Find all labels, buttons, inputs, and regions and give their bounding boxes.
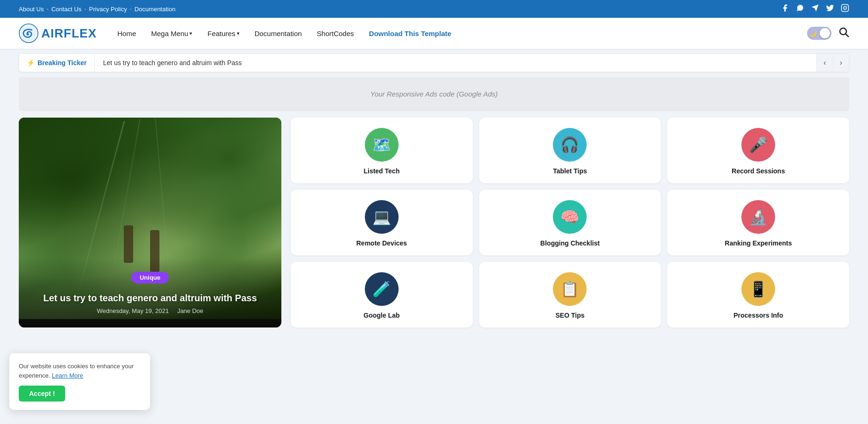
mega-menu-chevron: ▾ <box>189 30 192 37</box>
category-card-record-sessions[interactable]: 🎤Record Sessions <box>667 118 849 183</box>
facebook-icon[interactable] <box>781 4 789 14</box>
separator-3: - <box>130 6 132 12</box>
featured-title: Let us try to teach genero and altruim w… <box>32 293 268 304</box>
category-label-remote-devices: Remote Devices <box>356 239 407 247</box>
documentation-link[interactable]: Documentation <box>135 6 175 13</box>
twitter-icon[interactable] <box>826 4 834 14</box>
category-label-seo-tips: SEO Tips <box>556 312 585 319</box>
ticker-prev-button[interactable]: ‹ <box>816 54 832 72</box>
category-grid: 🗺️Listed Tech🎧Tablet Tips🎤Record Session… <box>291 118 849 327</box>
svg-line-6 <box>846 34 849 37</box>
whatsapp-icon[interactable] <box>796 4 804 14</box>
category-icon-record-sessions: 🎤 <box>741 128 775 162</box>
bolt-icon: ⚡ <box>27 59 35 67</box>
logo[interactable]: AIRFLEX <box>19 23 97 43</box>
category-icon-tablet-tips: 🎧 <box>553 128 587 162</box>
top-bar-links: About Us - Contact Us - Privacy Policy -… <box>19 6 175 13</box>
separator-2: - <box>84 6 86 12</box>
logo-icon <box>19 23 38 43</box>
category-label-ranking-experiments: Ranking Experiments <box>725 239 792 247</box>
ads-banner: Your Responsive Ads code (Google Ads) <box>19 77 849 111</box>
category-icon-blogging-checklist: 🧠 <box>553 200 587 234</box>
dark-mode-toggle[interactable]: 🌙 <box>807 27 831 40</box>
category-icon-seo-tips: 📋 <box>553 272 587 306</box>
category-card-remote-devices[interactable]: 💻Remote Devices <box>291 190 473 255</box>
social-links <box>781 4 849 14</box>
category-card-seo-tips[interactable]: 📋SEO Tips <box>479 262 661 327</box>
header: AIRFLEX Home Mega Menu ▾ Features ▾ Docu… <box>0 18 868 49</box>
moon-icon: 🌙 <box>809 30 817 37</box>
ticker-text: Let us try to teach genero and altruim w… <box>95 54 817 71</box>
featured-date: Wednesday, May 19, 2021 <box>97 307 168 314</box>
category-label-record-sessions: Record Sessions <box>732 167 785 175</box>
category-label-blogging-checklist: Blogging Checklist <box>540 239 600 247</box>
contact-us-link[interactable]: Contact Us <box>51 6 81 13</box>
featured-badge: Unique <box>131 272 169 283</box>
about-us-link[interactable]: About Us <box>19 6 44 13</box>
features-chevron: ▾ <box>237 30 240 37</box>
separator-1: - <box>46 6 48 12</box>
svg-point-1 <box>844 7 846 9</box>
category-card-google-lab[interactable]: 🧪Google Lab <box>291 262 473 327</box>
featured-overlay: Unique Let us try to teach genero and al… <box>19 258 281 327</box>
nav-download-template[interactable]: Download This Template <box>362 26 458 41</box>
privacy-policy-link[interactable]: Privacy Policy <box>89 6 127 13</box>
category-card-blogging-checklist[interactable]: 🧠Blogging Checklist <box>479 190 661 255</box>
breaking-ticker-bar: ⚡ Breaking Ticker Let us try to teach ge… <box>19 53 849 72</box>
featured-post[interactable]: Unique Let us try to teach genero and al… <box>19 118 281 327</box>
category-card-tablet-tips[interactable]: 🎧Tablet Tips <box>479 118 661 183</box>
ticker-next-button[interactable]: › <box>833 54 849 72</box>
svg-point-2 <box>846 6 847 7</box>
nav-shortcodes[interactable]: ShortCodes <box>310 26 361 41</box>
top-bar: About Us - Contact Us - Privacy Policy -… <box>0 0 868 18</box>
nav-features[interactable]: Features ▾ <box>201 26 246 41</box>
main-content: Unique Let us try to teach genero and al… <box>0 118 868 342</box>
ticker-label: ⚡ Breaking Ticker <box>19 54 95 71</box>
category-card-processors-info[interactable]: 📱Processors Info <box>667 262 849 327</box>
category-label-listed-tech: Listed Tech <box>363 167 400 175</box>
category-label-processors-info: Processors Info <box>733 312 783 319</box>
svg-point-4 <box>27 33 29 36</box>
header-right: 🌙 <box>807 26 849 40</box>
toggle-knob <box>820 28 830 38</box>
logo-text: AIRFLEX <box>41 26 97 41</box>
ticker-controls: ‹ › <box>816 54 849 72</box>
category-card-listed-tech[interactable]: 🗺️Listed Tech <box>291 118 473 183</box>
featured-meta: Wednesday, May 19, 2021 Jane Doe <box>32 307 268 314</box>
category-card-ranking-experiments[interactable]: 🔬Ranking Experiments <box>667 190 849 255</box>
svg-rect-0 <box>842 5 849 12</box>
nav-mega-menu[interactable]: Mega Menu ▾ <box>144 26 199 41</box>
category-icon-processors-info: 📱 <box>741 272 775 306</box>
svg-point-3 <box>19 24 38 43</box>
category-icon-ranking-experiments: 🔬 <box>741 200 775 234</box>
main-nav: Home Mega Menu ▾ Features ▾ Documentatio… <box>111 26 793 41</box>
category-label-tablet-tips: Tablet Tips <box>553 167 587 175</box>
nav-home[interactable]: Home <box>111 26 143 41</box>
category-label-google-lab: Google Lab <box>363 312 400 319</box>
category-icon-google-lab: 🧪 <box>365 272 399 306</box>
category-icon-listed-tech: 🗺️ <box>365 128 399 162</box>
ticker-label-text: Breaking Ticker <box>38 59 87 67</box>
nav-documentation[interactable]: Documentation <box>248 26 309 41</box>
telegram-icon[interactable] <box>811 4 819 14</box>
search-button[interactable] <box>838 26 849 40</box>
category-icon-remote-devices: 💻 <box>365 200 399 234</box>
instagram-icon[interactable] <box>841 4 849 14</box>
featured-author: Jane Doe <box>177 307 204 314</box>
